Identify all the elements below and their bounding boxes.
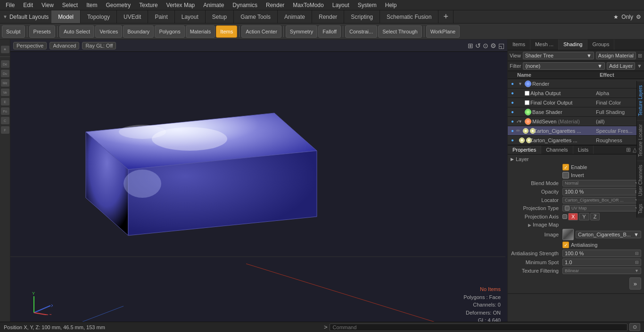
tab-render[interactable]: Render [312, 10, 344, 23]
expand-icon[interactable]: ◱ [498, 42, 504, 49]
left-tool-9[interactable]: F [1, 126, 9, 134]
refresh-icon[interactable]: ↺ [475, 42, 481, 49]
eye-icon-render[interactable]: ● [509, 80, 516, 88]
menu-edit[interactable]: Edit [19, 1, 37, 9]
boundary-button[interactable]: Boundary [123, 25, 154, 38]
advanced-button[interactable]: Advanced [50, 42, 79, 49]
menu-vertex-map[interactable]: Vertex Map [163, 1, 199, 9]
tab-mesh[interactable]: Mesh ... [530, 40, 559, 50]
shader-row-base-shader[interactable]: ● Base Shader Full Shading ▼ [508, 107, 644, 117]
antialiasing-strength-input[interactable]: 100.0 % ⊟ [562, 250, 641, 257]
shader-row-carton1[interactable]: ● ✏ Carton_Cigarettes ... Specular Fres.… [508, 126, 644, 136]
eye-icon-carton2[interactable]: ● [509, 137, 516, 144]
left-tool-6[interactable]: E [1, 98, 9, 105]
image-name-dropdown[interactable]: Carton_Cigarettes_B...▼ [576, 231, 641, 238]
projection-type-cb[interactable] [565, 206, 570, 211]
menu-render[interactable]: Render [262, 1, 288, 9]
menu-animate[interactable]: Animate [199, 1, 228, 9]
tab-game-tools[interactable]: Game Tools [234, 10, 278, 23]
user-channels-tab[interactable]: User Channels [637, 161, 644, 200]
left-tool-4[interactable]: Me [1, 79, 9, 87]
constrain-button[interactable]: Constrai... [345, 25, 377, 38]
left-tool-7[interactable]: Po [1, 107, 9, 115]
eye-icon-mildseven[interactable]: ● [509, 118, 516, 125]
shader-row-alpha[interactable]: ● Alpha Output Alpha ▼ [508, 89, 644, 98]
shader-row-final-color[interactable]: ● Final Color Output Final Color ▼ [508, 98, 644, 107]
items-button[interactable]: Items [216, 25, 237, 38]
falloff-button[interactable]: Falloff [318, 25, 341, 38]
menu-geometry[interactable]: Geometry [102, 1, 135, 9]
left-tool-5[interactable]: Ve [1, 89, 9, 96]
minimum-spot-input[interactable]: 1.0 ⊟ [562, 259, 641, 266]
opacity-input[interactable]: 100.0 % ⊟ [562, 188, 641, 195]
prop-tab-properties[interactable]: Properties [508, 146, 541, 154]
tags-tab[interactable]: Tags [637, 200, 644, 218]
settings-icon[interactable]: ⚙ [490, 42, 496, 49]
prop-maximize-icon[interactable]: ⊞ [626, 146, 631, 153]
action-center-button[interactable]: Action Center [241, 25, 281, 38]
tab-animate[interactable]: Animate [278, 10, 312, 23]
shader-expand-icon[interactable]: ⊞ [638, 53, 642, 59]
tab-add[interactable]: + [438, 10, 454, 23]
axis-enable-cb[interactable] [562, 214, 567, 219]
y-axis-button[interactable]: Y [579, 213, 589, 220]
menu-texture[interactable]: Texture [135, 1, 161, 9]
expand-all-button[interactable]: » [629, 277, 641, 290]
sculpt-button[interactable]: Sculpt [2, 25, 25, 38]
shader-row-render[interactable]: ● ▼ Render [508, 79, 644, 89]
filter-dropdown[interactable]: (none)▼ [523, 62, 605, 70]
select-through-button[interactable]: Select Through [378, 25, 421, 38]
enable-checkbox[interactable] [562, 164, 569, 170]
locator-dropdown[interactable]: Carton_Cigarettes_Box_IOR ...▼ [562, 197, 641, 203]
auto-select-button[interactable]: Auto Select [59, 25, 94, 38]
shader-row-mildseven[interactable]: ● ✓ ▼ MildSeven (Material) (all) ▼ [508, 117, 644, 126]
left-tool-1[interactable]: + [1, 46, 9, 53]
filter-expand-icon[interactable]: ▼ [637, 63, 642, 69]
left-tool-3[interactable]: Du [1, 70, 9, 77]
eye-icon-carton1[interactable]: ● [509, 127, 516, 135]
tab-topology[interactable]: Topology [81, 10, 117, 23]
texture-locator-tab[interactable]: Texture Locator [637, 120, 644, 161]
vertices-button[interactable]: Vertices [95, 25, 122, 38]
menu-view[interactable]: View [38, 1, 58, 9]
tab-shading[interactable]: Shading [559, 40, 587, 50]
z-axis-button[interactable]: Z [590, 213, 600, 220]
polygons-button[interactable]: Polygons [155, 25, 184, 38]
eye-icon-alpha[interactable]: ● [509, 89, 516, 97]
shader-row-carton2[interactable]: ● Carton_Cigarettes ... Roughness ▼ [508, 136, 644, 145]
tab-groups[interactable]: Groups [587, 40, 614, 50]
command-arrow[interactable]: > [324, 324, 328, 331]
view-dropdown[interactable]: Shader Tree▼ [523, 52, 594, 59]
menu-layout[interactable]: Layout [329, 1, 353, 9]
menu-system[interactable]: System [354, 1, 380, 9]
command-input[interactable] [330, 324, 627, 331]
left-tool-2[interactable]: De [1, 60, 9, 68]
invert-checkbox[interactable] [562, 172, 569, 178]
menu-dynamics[interactable]: Dynamics [229, 1, 261, 9]
tab-layout[interactable]: Layout [175, 10, 206, 23]
menu-file[interactable]: File [2, 1, 18, 9]
gear-icon[interactable]: ⚙ [636, 14, 641, 20]
assign-material-button[interactable]: Assign Material [596, 52, 636, 59]
blend-mode-dropdown[interactable]: Normal▼ [562, 180, 641, 186]
prop-tab-lists[interactable]: Lists [573, 146, 594, 154]
tab-setup[interactable]: Setup [206, 10, 234, 23]
tab-scripting[interactable]: Scripting [344, 10, 380, 23]
tab-paint[interactable]: Paint [148, 10, 174, 23]
menu-maxtomodo[interactable]: MaxToModo [289, 1, 327, 9]
symmetry-button[interactable]: Symmetry [286, 25, 318, 38]
x-axis-button[interactable]: X [568, 213, 578, 220]
eye-icon-final-color[interactable]: ● [509, 99, 516, 106]
eye-icon-base[interactable]: ● [509, 108, 516, 116]
expand-icon-render[interactable]: ▼ [518, 81, 524, 86]
perspective-button[interactable]: Perspective [13, 42, 47, 49]
materials-button[interactable]: Materials [186, 25, 215, 38]
camera-icon[interactable]: ⊙ [483, 42, 488, 49]
texture-layers-tab[interactable]: Texture Layers [637, 81, 644, 120]
raygl-button[interactable]: Ray GL: Off [82, 42, 116, 49]
menu-help[interactable]: Help [381, 1, 401, 9]
prop-tab-channels[interactable]: Channels [541, 146, 573, 154]
workplane-button[interactable]: WorkPlane [426, 25, 460, 38]
menu-item[interactable]: Item [83, 1, 101, 9]
presets-button[interactable]: Presets [29, 25, 55, 38]
